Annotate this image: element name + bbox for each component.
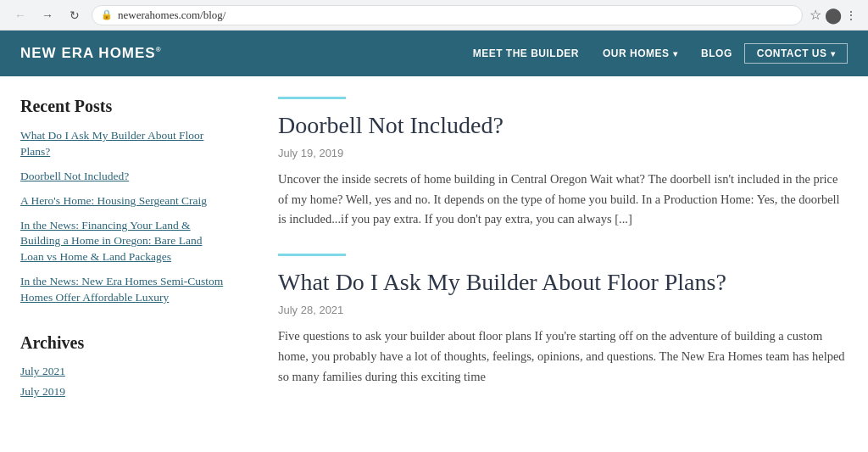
contact-dropdown-arrow: ▾: [831, 49, 836, 59]
archive-july-2021[interactable]: July 2021: [20, 365, 224, 378]
archive-july-2019[interactable]: July 2019: [20, 385, 224, 399]
nav-meet-the-builder[interactable]: MEET THE BUILDER: [461, 31, 591, 76]
archives-section: Archives July 2021 July 2019: [20, 333, 224, 399]
post-2-divider: [278, 254, 346, 256]
post-2-date: July 28, 2021: [278, 304, 848, 316]
browser-chrome: ← → ↻ 🔒 newerahomes.com/blog/ ☆ ⬤ ⋮: [0, 0, 868, 31]
site-header: NEW ERA HOMES® MEET THE BUILDER OUR HOME…: [0, 31, 868, 76]
sidebar-link-financing[interactable]: In the News: Financing Your Land & Build…: [20, 218, 224, 266]
our-homes-dropdown-arrow: ▾: [673, 49, 678, 59]
post-1-date: July 19, 2019: [278, 147, 848, 159]
url-text: newerahomes.com/blog/: [118, 8, 793, 22]
bookmark-button[interactable]: ☆: [810, 6, 821, 25]
nav-our-homes[interactable]: OUR HOMES ▾: [591, 31, 689, 76]
address-bar[interactable]: 🔒 newerahomes.com/blog/: [92, 5, 803, 25]
sidebar: Recent Posts What Do I Ask My Builder Ab…: [20, 97, 258, 411]
nav-contact-us[interactable]: CONTACT US ▾: [744, 43, 848, 64]
sidebar-link-semi-custom[interactable]: In the News: New Era Homes Semi-Custom H…: [20, 274, 224, 306]
archives-title: Archives: [20, 333, 224, 353]
post-1-title[interactable]: Doorbell Not Included?: [278, 111, 848, 140]
sidebar-link-doorbell[interactable]: Doorbell Not Included?: [20, 169, 224, 185]
back-button[interactable]: ←: [10, 5, 31, 25]
logo-sup: ®: [156, 46, 162, 53]
profile-button[interactable]: ⬤: [825, 6, 842, 25]
sidebar-link-hero-home[interactable]: A Hero's Home: Housing Sergeant Craig: [20, 193, 224, 209]
post-1: Doorbell Not Included? July 19, 2019 Unc…: [278, 97, 848, 230]
post-1-divider: [278, 97, 346, 99]
site-logo[interactable]: NEW ERA HOMES®: [20, 45, 461, 62]
reload-button[interactable]: ↻: [64, 5, 85, 25]
page-content: Recent Posts What Do I Ask My Builder Ab…: [0, 76, 868, 411]
forward-button[interactable]: →: [37, 5, 58, 25]
post-2-excerpt: Five questions to ask your builder about…: [278, 326, 848, 388]
recent-posts-title: Recent Posts: [20, 97, 224, 116]
post-2-title[interactable]: What Do I Ask My Builder About Floor Pla…: [278, 268, 848, 297]
main-content: Doorbell Not Included? July 19, 2019 Unc…: [258, 97, 848, 411]
nav-blog[interactable]: BLOG: [689, 31, 744, 76]
post-1-excerpt: Uncover the inside secrets of home build…: [278, 170, 848, 231]
lock-icon: 🔒: [101, 9, 113, 20]
sidebar-link-floor-plans[interactable]: What Do I Ask My Builder About Floor Pla…: [20, 128, 224, 160]
post-2: What Do I Ask My Builder About Floor Pla…: [278, 254, 848, 387]
site-nav: MEET THE BUILDER OUR HOMES ▾ BLOG CONTAC…: [461, 31, 848, 76]
browser-actions: ☆ ⬤ ⋮: [810, 6, 858, 25]
menu-button[interactable]: ⋮: [845, 6, 858, 25]
